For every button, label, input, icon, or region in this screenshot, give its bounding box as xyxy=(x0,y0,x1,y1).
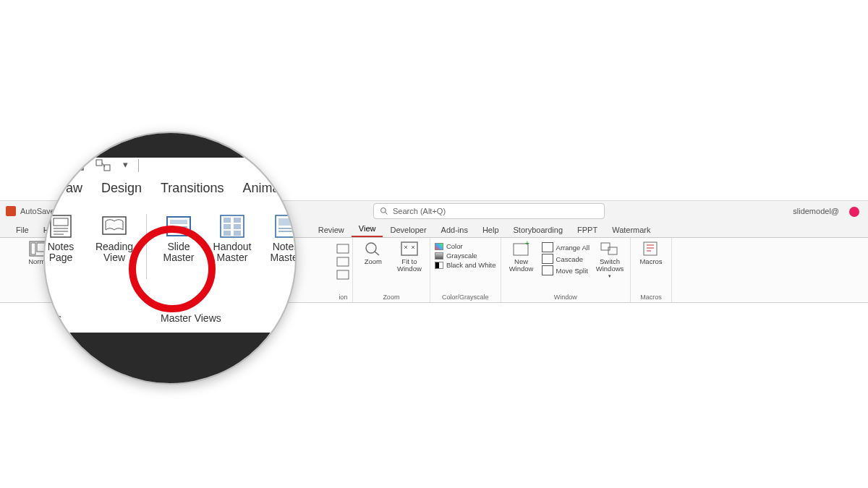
svg-rect-33 xyxy=(234,218,241,223)
color-icon xyxy=(435,243,443,250)
tab-watermark[interactable]: Watermark xyxy=(605,226,658,237)
color-button[interactable]: Color xyxy=(435,242,496,250)
cascade-icon xyxy=(542,254,553,264)
svg-rect-37 xyxy=(234,231,241,236)
svg-rect-16 xyxy=(72,161,83,170)
switch-windows-button[interactable]: Switch Windows ▾ xyxy=(594,241,626,279)
zoom-button[interactable]: Zoom xyxy=(357,241,389,265)
group-window: + New Window Arrange All Cascade Move Sp… xyxy=(501,238,631,302)
tab-fppt[interactable]: FPPT xyxy=(570,226,605,237)
username-label: slidemodel@ xyxy=(793,207,839,215)
notes-page-button[interactable]: Notes Page xyxy=(43,214,84,279)
notes-master-button[interactable]: Notes Master xyxy=(263,214,297,279)
powerpoint-logo-icon xyxy=(6,206,16,216)
search-placeholder: Search (Alt+Q) xyxy=(393,207,446,215)
move-split-button[interactable]: Move Split xyxy=(542,265,590,275)
zoom-icon xyxy=(363,241,383,257)
svg-rect-28 xyxy=(170,220,187,224)
tab-draw[interactable]: Draw xyxy=(52,181,82,196)
svg-rect-35 xyxy=(234,224,241,229)
svg-point-0 xyxy=(381,208,386,213)
group-macros: Macros Macros xyxy=(631,238,672,302)
handout-master-icon xyxy=(218,214,247,239)
group-label-left: ws xyxy=(49,312,61,324)
fit-window-icon xyxy=(399,241,420,257)
touch-mode-icon[interactable] xyxy=(95,159,113,172)
tab-storyboarding[interactable]: Storyboarding xyxy=(506,226,571,237)
magnifier-tabs: Draw Design Transitions Animatio xyxy=(52,181,293,196)
svg-line-9 xyxy=(375,252,379,255)
svg-rect-5 xyxy=(337,244,349,253)
highlight-ring-icon xyxy=(129,226,216,312)
svg-rect-6 xyxy=(337,257,349,266)
reading-view-icon xyxy=(100,214,129,239)
search-icon xyxy=(380,207,388,215)
svg-rect-18 xyxy=(96,160,102,166)
chevron-down-icon: ▾ xyxy=(608,273,611,279)
arrange-icon xyxy=(542,242,553,252)
svg-marker-17 xyxy=(76,163,80,168)
bw-icon xyxy=(435,262,443,269)
customize-qat-icon[interactable]: ▾ xyxy=(123,159,128,172)
cascade-button[interactable]: Cascade xyxy=(542,254,590,264)
tab-view[interactable]: View xyxy=(352,224,383,237)
macros-button[interactable]: Macros xyxy=(635,241,667,265)
svg-rect-7 xyxy=(337,270,349,279)
magnifier-lens: ▾ Draw Design Transitions Animatio Notes… xyxy=(43,132,297,385)
group-label-master-views: Master Views xyxy=(161,312,221,324)
group-zoom: Zoom Fit to Window Zoom xyxy=(353,238,430,302)
new-window-icon: + xyxy=(511,241,532,257)
black-white-button[interactable]: Black and White xyxy=(435,261,496,269)
autosave-label: AutoSave xyxy=(20,207,55,215)
tab-transitions[interactable]: Transitions xyxy=(161,181,224,196)
svg-rect-15 xyxy=(644,242,657,255)
ruler-icon[interactable] xyxy=(336,244,349,254)
tab-review[interactable]: Review xyxy=(311,226,352,237)
svg-line-1 xyxy=(386,213,388,215)
group-color-grayscale: Color Grayscale Black and White Color/Gr… xyxy=(430,238,501,302)
svg-rect-32 xyxy=(224,218,231,223)
notes-page-icon xyxy=(46,214,75,239)
svg-rect-26 xyxy=(103,217,126,234)
split-icon xyxy=(542,265,553,275)
grayscale-button[interactable]: Grayscale xyxy=(435,252,496,260)
svg-rect-36 xyxy=(224,231,231,236)
new-window-button[interactable]: + New Window xyxy=(506,241,537,273)
svg-point-8 xyxy=(366,243,376,253)
present-icon[interactable] xyxy=(71,159,85,172)
fit-to-window-button[interactable]: Fit to Window xyxy=(393,241,425,273)
tab-animations[interactable]: Animatio xyxy=(242,181,293,196)
switch-windows-icon xyxy=(600,241,620,257)
macros-icon xyxy=(641,241,661,257)
tab-file[interactable]: File xyxy=(9,226,36,237)
svg-rect-10 xyxy=(401,242,417,255)
svg-text:+: + xyxy=(525,241,529,247)
tab-developer[interactable]: Developer xyxy=(383,226,433,237)
group-show: ion xyxy=(334,238,353,302)
arrange-all-button[interactable]: Arrange All xyxy=(542,242,590,252)
svg-rect-22 xyxy=(54,218,68,226)
notes-icon[interactable] xyxy=(336,270,349,280)
tab-addins[interactable]: Add-ins xyxy=(434,226,475,237)
handout-master-button[interactable]: Handout Master xyxy=(209,214,255,279)
tab-help[interactable]: Help xyxy=(475,226,506,237)
tab-design[interactable]: Design xyxy=(101,181,142,196)
search-input[interactable]: Search (Alt+Q) xyxy=(373,203,605,219)
guides-icon[interactable] xyxy=(336,257,349,267)
svg-rect-3 xyxy=(31,243,35,254)
grayscale-icon xyxy=(435,252,443,260)
quick-access-toolbar: ▾ xyxy=(71,159,139,172)
user-avatar-icon[interactable] xyxy=(849,207,859,217)
svg-rect-34 xyxy=(224,224,231,229)
svg-rect-19 xyxy=(104,165,110,171)
